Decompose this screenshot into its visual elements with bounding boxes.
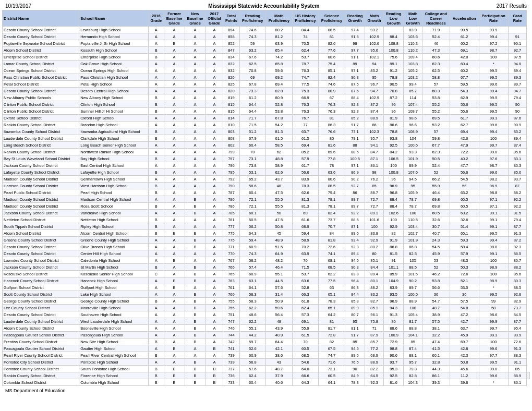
table-cell: 60.9 (239, 271, 266, 277)
table-cell: Hernando High School (79, 33, 149, 40)
table-cell: 61.5 (292, 332, 319, 339)
table-cell: 58 (479, 305, 508, 311)
table-cell: B (148, 379, 164, 386)
table-cell: 88.9 (365, 115, 384, 122)
table-cell: 73.1 (239, 155, 266, 162)
table-cell: 68.5 (319, 264, 345, 271)
table-cell: 59.4 (292, 230, 319, 237)
table-cell: 826 (223, 74, 239, 81)
table-cell: 84.4 (345, 291, 365, 298)
col-math-prof: MathProficiency (266, 10, 293, 27)
table-cell: 83.8 (365, 230, 384, 237)
table-cell: 746 (223, 325, 239, 332)
table-cell: 67.6 (239, 54, 266, 61)
table-cell: 825 (223, 81, 239, 88)
table-cell: A (205, 203, 223, 210)
table-cell: A (185, 67, 205, 74)
table-cell: 80.9 (319, 88, 345, 94)
table-cell: 98 (365, 169, 384, 176)
table-cell: 58.3 (239, 298, 266, 305)
table-cell: 50.9 (266, 298, 293, 305)
table-cell: A (148, 277, 164, 284)
col-total: TotalPoints (223, 10, 239, 27)
table-cell: 760 (223, 291, 239, 298)
table-cell: 69.5 (422, 115, 450, 122)
table-cell: 70.5 (292, 40, 319, 47)
table-row: Prentiss County School DistrictNew Site … (3, 339, 530, 345)
table-cell: 82.5 (404, 250, 422, 257)
table-cell: B (185, 298, 205, 305)
table-cell: 63.1 (239, 277, 266, 284)
table-cell: 100 (365, 223, 384, 230)
table-cell: Olive Branch High School (79, 244, 149, 250)
col-school: School Name (79, 10, 149, 27)
table-cell: 53.8 (422, 277, 450, 284)
table-cell: 46 (422, 40, 450, 47)
table-cell: A (164, 291, 185, 298)
table-cell: 53.8 (266, 108, 293, 115)
table-cell: 82.4 (319, 74, 345, 81)
table-cell: 44.3 (422, 366, 450, 372)
table-cell: A (205, 101, 223, 108)
table-cell: Petal School District (3, 81, 79, 88)
table-cell: 87 (508, 183, 527, 189)
table-cell: 58.5 (266, 142, 293, 149)
table-row: Alcorn School DistrictAlcorn Central Hig… (3, 230, 530, 237)
table-cell: A (164, 81, 185, 88)
table-cell: 80.6 (319, 176, 345, 183)
table-cell: A (185, 352, 205, 359)
table-cell: 85.7 (404, 88, 422, 94)
table-cell: George County High School (79, 298, 149, 305)
table-cell: 82 (319, 339, 345, 345)
table-cell: B (185, 332, 205, 339)
table-cell: 63.9 (292, 250, 319, 257)
table-cell: Lafayette County School District (3, 169, 79, 176)
table-cell: 802 (223, 142, 239, 149)
table-cell: 72.7 (365, 203, 384, 210)
table-cell: 74.2 (266, 54, 293, 61)
table-cell: 62 (266, 149, 293, 155)
table-cell: A (148, 244, 164, 250)
table-cell: 69.1 (450, 47, 479, 54)
table-cell: B (148, 339, 164, 345)
table-cell: 72.6 (450, 271, 479, 277)
table-cell: Madison County School District (3, 196, 79, 203)
table-cell: B (148, 169, 164, 176)
table-cell: 60.2 (450, 67, 479, 74)
table-cell: A (148, 61, 164, 67)
table-cell: Clarkdale High School (79, 135, 149, 142)
table-cell: A (164, 325, 185, 332)
table-cell: Clinton High School (79, 101, 149, 108)
table-cell: 55.2 (422, 108, 450, 115)
table-cell: A (185, 108, 205, 115)
table-cell: 53.1 (239, 169, 266, 176)
table-cell: 46.4 (422, 189, 450, 196)
table-cell: Columbia High School (79, 379, 149, 386)
table-cell: 101.5 (404, 271, 422, 277)
table-cell: 50.8 (266, 223, 293, 230)
table-cell: 85.2 (292, 149, 319, 155)
table-cell: 52.6 (239, 345, 266, 352)
table-cell: B (148, 54, 164, 61)
table-cell: 792 (223, 176, 239, 183)
table-cell: B (185, 339, 205, 345)
table-cell: 99.5 (479, 108, 508, 115)
table-body: Desoto County School DistrictLewisburg H… (3, 27, 530, 386)
table-cell: 90.2 (404, 277, 422, 284)
col-acceleration: Acceleration (450, 10, 479, 27)
table-cell: 38.6 (266, 352, 293, 359)
footer-text: MS Department of Education (5, 388, 66, 393)
table-cell: 89.6 (345, 352, 365, 359)
table-cell: Pearl River County School District (3, 352, 79, 359)
table-cell: 93.8 (383, 135, 404, 142)
table-cell: 89.9 (404, 162, 422, 169)
table-cell: 109.7 (404, 108, 422, 115)
table-cell: 99.1 (479, 250, 508, 257)
table-cell: 79.4 (508, 216, 527, 223)
table-cell: 73.7 (508, 305, 527, 311)
table-cell: B (164, 345, 185, 352)
table-cell: Jackson County School District (3, 210, 79, 216)
table-cell: Desoto Central High School (79, 88, 149, 94)
table-cell: Pearl River Central High School (79, 352, 149, 359)
table-cell: 67.5 (319, 345, 345, 352)
